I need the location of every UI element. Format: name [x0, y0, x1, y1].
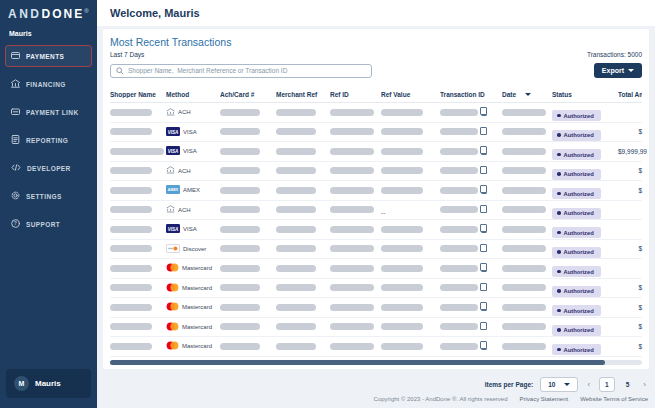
table-row[interactable]: AMEXAMEXAuthorized$	[110, 181, 642, 201]
visa-icon: VISA	[166, 127, 180, 137]
cell-status: Authorized	[552, 220, 618, 238]
status-label: Authorized	[564, 249, 594, 255]
merchant-ref-placeholder-bar	[276, 187, 316, 194]
sidebar-item-financing[interactable]: FINANCING	[5, 73, 92, 95]
method-label: ACH	[178, 207, 191, 213]
column-header-label: Ref Value	[381, 91, 410, 98]
cell-date	[502, 245, 552, 252]
cell-merchant-ref	[276, 304, 330, 311]
column-header-shopper-name[interactable]: Shopper Name	[110, 91, 166, 98]
ach-card-placeholder-bar	[220, 265, 260, 272]
column-header-ach-card-[interactable]: Ach/Card #	[220, 91, 276, 98]
column-header-ref-id[interactable]: Ref ID	[330, 91, 381, 98]
date-placeholder-bar	[502, 187, 546, 194]
copy-icon[interactable]	[481, 284, 487, 291]
sidebar-item-payments[interactable]: PAYMENTS	[5, 45, 92, 67]
status-label: Authorized	[564, 230, 594, 236]
horizontal-scrollbar[interactable]	[110, 360, 642, 365]
export-button[interactable]: Export	[594, 63, 642, 78]
status-badge: Authorized	[552, 247, 601, 258]
status-label: Authorized	[564, 288, 594, 294]
copy-icon[interactable]	[481, 187, 487, 194]
cell-shopper-name	[110, 226, 166, 233]
copy-icon[interactable]	[481, 109, 487, 116]
cell-merchant-ref	[276, 167, 330, 174]
sidebar-item-developer[interactable]: DEVELOPER	[5, 157, 92, 179]
cell-transaction-id	[440, 245, 502, 252]
sidebar-item-payment-link[interactable]: PAYMENT LINK	[5, 101, 92, 123]
ach-card-placeholder-bar	[220, 128, 260, 135]
sidebar-item-reporting[interactable]: REPORTING	[5, 129, 92, 151]
copy-icon[interactable]	[481, 148, 487, 155]
copy-icon[interactable]	[481, 343, 487, 350]
sidebar-account-name: Mauris	[0, 27, 97, 45]
table-row[interactable]: MastercardAuthorized	[110, 259, 642, 279]
mastercard-icon	[166, 283, 179, 293]
cell-ref-id	[330, 245, 381, 252]
copy-icon[interactable]	[481, 226, 487, 233]
next-page-button[interactable]: ›	[641, 380, 648, 389]
copy-icon[interactable]	[481, 245, 487, 252]
column-header-method[interactable]: Method	[166, 91, 220, 98]
table-row[interactable]: MastercardAuthorized$	[110, 279, 642, 299]
search-input[interactable]	[128, 67, 366, 74]
method-label: Discover	[183, 246, 206, 252]
cell-status: Authorized	[552, 103, 618, 121]
column-header-date[interactable]: Date	[502, 91, 552, 98]
sidebar-item-support[interactable]: ?SUPPORT	[5, 213, 92, 235]
caret-down-icon	[628, 69, 634, 72]
mastercard-icon	[166, 322, 179, 332]
table-row[interactable]: DiscoverAuthorized$	[110, 240, 642, 260]
ref-value-placeholder-bar	[381, 187, 423, 194]
table-row[interactable]: VISAVISAAuthorized$	[110, 123, 642, 143]
sidebar-item-settings[interactable]: SETTINGS	[5, 185, 92, 207]
table-row[interactable]: MastercardAuthorized$	[110, 298, 642, 318]
page-title: Welcome, Mauris	[110, 7, 200, 19]
terms-link[interactable]: Website Terms of Service	[580, 396, 648, 402]
page-button-5[interactable]: 5	[621, 378, 635, 391]
privacy-link[interactable]: Privacy Statement	[520, 396, 569, 402]
copy-icon[interactable]	[481, 128, 487, 135]
copy-icon[interactable]	[481, 206, 487, 213]
column-header-total-am[interactable]: Total Am	[618, 91, 642, 98]
page-button-1[interactable]: 1	[599, 377, 615, 392]
column-header-status[interactable]: Status	[552, 91, 618, 98]
status-badge: Authorized	[552, 130, 601, 141]
ref-value-placeholder-bar	[381, 323, 423, 330]
cell-method: Discover	[166, 244, 220, 254]
column-header-transaction-id[interactable]: Transaction ID	[440, 91, 502, 98]
sidebar-item-label: SETTINGS	[26, 193, 62, 200]
copy-icon[interactable]	[481, 304, 487, 311]
shopper-name-placeholder-bar	[110, 265, 152, 272]
column-header-merchant-ref[interactable]: Merchant Ref	[276, 91, 330, 98]
profile-box[interactable]: M Mauris	[6, 369, 91, 398]
cell-ref-value	[381, 343, 440, 350]
cell-shopper-name	[110, 284, 166, 291]
cell-transaction-id	[440, 206, 502, 213]
status-dot-icon	[557, 211, 561, 215]
copy-icon[interactable]	[481, 323, 487, 330]
items-per-page-select[interactable]: 10	[540, 377, 578, 392]
table-row[interactable]: MastercardAuthorized$	[110, 337, 642, 357]
table-row[interactable]: VISAVISAAuthorized$9,999,99	[110, 142, 642, 162]
column-header-ref-value[interactable]: Ref Value	[381, 91, 440, 98]
scrollbar-thumb[interactable]	[110, 360, 605, 365]
table-row[interactable]: ACH--Authorized	[110, 201, 642, 221]
logo-text-done: DONE	[42, 7, 85, 21]
column-header-label: Shopper Name	[110, 91, 156, 98]
prev-page-button[interactable]: ‹	[585, 380, 592, 389]
cell-ref-value	[381, 109, 440, 116]
table-row[interactable]: ACHAuthorized$	[110, 162, 642, 182]
copy-icon[interactable]	[481, 167, 487, 174]
search-box[interactable]	[110, 64, 372, 78]
table-row[interactable]: ACHAuthorized	[110, 103, 642, 123]
ach-card-placeholder-bar	[220, 343, 260, 350]
cell-transaction-id	[440, 265, 502, 272]
table-row[interactable]: VISAVISAAuthorized	[110, 220, 642, 240]
sort-caret-down-icon[interactable]	[525, 93, 531, 96]
cell-date	[502, 304, 552, 311]
transaction-id-placeholder-bar	[440, 226, 478, 233]
table-row[interactable]: MastercardAuthorized$	[110, 318, 642, 338]
ach-card-placeholder-bar	[220, 245, 260, 252]
copy-icon[interactable]	[481, 265, 487, 272]
